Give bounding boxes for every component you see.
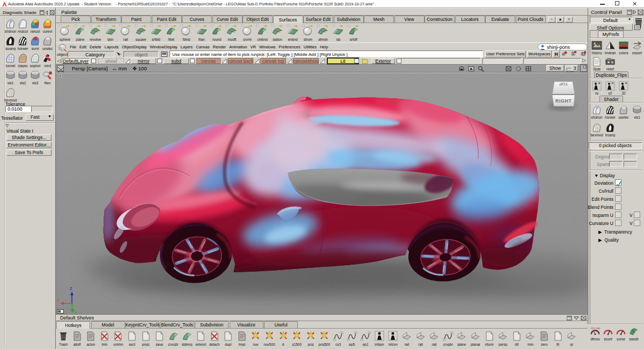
- svg-text:y: y: [75, 309, 77, 314]
- svg-text:x: x: [57, 297, 60, 302]
- svg-text:max: max: [596, 327, 601, 330]
- svg-text:min: min: [591, 327, 595, 330]
- svg-text:TOP: TOP: [559, 82, 568, 86]
- svg-text:z: z: [70, 286, 72, 291]
- svg-text:RIGHT: RIGHT: [555, 98, 572, 104]
